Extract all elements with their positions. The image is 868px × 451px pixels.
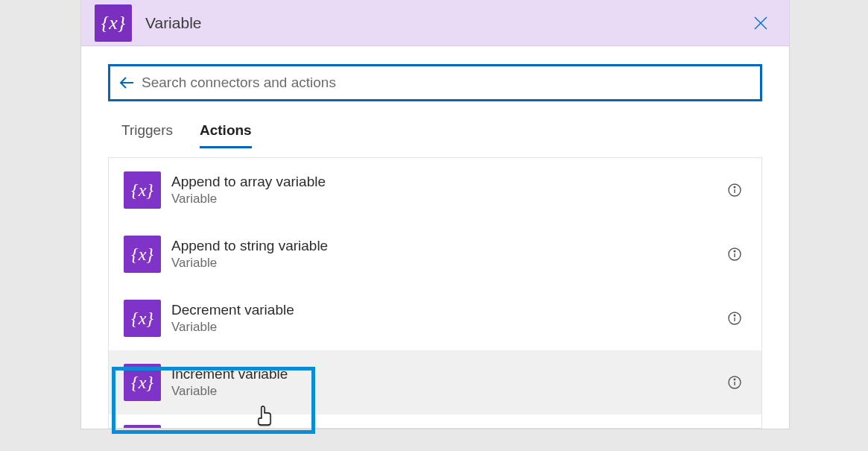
info-button[interactable] [726, 245, 744, 263]
close-icon [753, 15, 769, 31]
svg-point-14 [734, 379, 735, 380]
connector-dialog: {x} Variable Triggers Actions [80, 0, 790, 429]
tabs: Triggers Actions [108, 122, 762, 148]
action-item-decrement[interactable]: {x} Decrement variable Variable [109, 286, 761, 350]
variable-icon [124, 425, 161, 428]
variable-icon: {x} [124, 300, 161, 337]
variable-icon: {x} [124, 364, 161, 401]
dialog-body: Triggers Actions {x} Append to array var… [81, 46, 789, 429]
search-box [108, 64, 762, 101]
action-title: Append to string variable [171, 238, 726, 254]
action-text: Decrement variable Variable [161, 302, 726, 335]
arrow-left-icon [118, 75, 135, 90]
action-subtitle: Variable [171, 192, 726, 206]
action-title: Increment variable [171, 366, 726, 382]
info-button[interactable] [726, 309, 744, 327]
variable-icon: {x} [95, 4, 132, 42]
back-button[interactable] [116, 72, 137, 93]
actions-list: {x} Append to array variable Variable {x [108, 157, 762, 429]
action-subtitle: Variable [171, 384, 726, 399]
dialog-header: {x} Variable [81, 0, 789, 46]
action-item-append-to-array[interactable]: {x} Append to array variable Variable [109, 158, 761, 222]
action-subtitle: Variable [171, 256, 726, 271]
action-subtitle: Variable [171, 320, 726, 335]
info-icon [727, 183, 742, 198]
action-item-partial [109, 414, 761, 428]
svg-point-8 [734, 250, 735, 252]
dialog-title: Variable [132, 14, 746, 32]
search-input[interactable] [142, 66, 754, 99]
info-button[interactable] [726, 181, 744, 199]
action-title: Decrement variable [171, 302, 726, 318]
action-item-append-to-string[interactable]: {x} Append to string variable Variable [109, 222, 761, 286]
info-icon [727, 311, 742, 326]
variable-icon: {x} [124, 236, 161, 273]
svg-point-5 [734, 186, 735, 188]
info-icon [727, 247, 742, 262]
tab-actions[interactable]: Actions [200, 122, 252, 148]
svg-point-11 [734, 315, 735, 316]
close-button[interactable] [746, 8, 776, 38]
action-title: Append to array variable [171, 174, 726, 190]
action-text: Increment variable Variable [161, 366, 726, 399]
info-button[interactable] [726, 373, 744, 391]
action-item-increment[interactable]: {x} Increment variable Variable [109, 350, 761, 414]
variable-icon: {x} [124, 171, 161, 209]
info-icon [727, 375, 742, 390]
action-text: Append to array variable Variable [161, 174, 726, 206]
tab-triggers[interactable]: Triggers [121, 122, 173, 148]
variable-icon-glyph: {x} [101, 12, 125, 34]
action-text: Append to string variable Variable [161, 238, 726, 271]
